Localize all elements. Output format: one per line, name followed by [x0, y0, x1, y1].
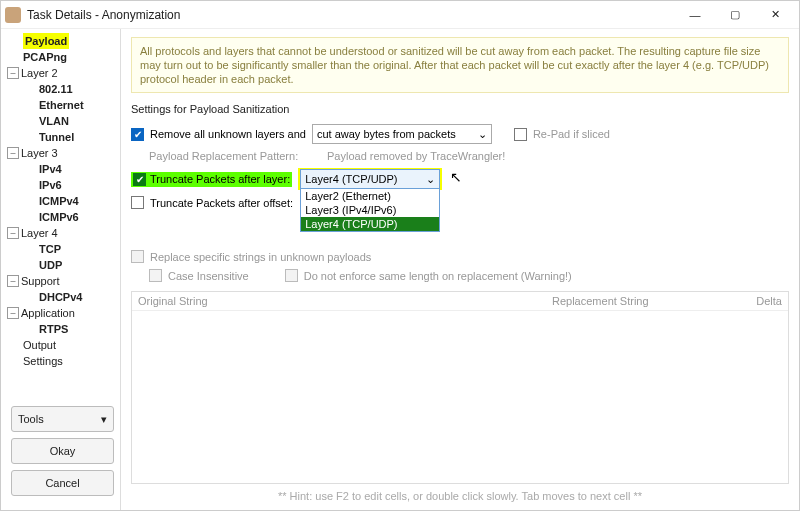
truncate-layer-select[interactable]: Layer4 (TCP/UDP)⌄ [300, 169, 440, 189]
nav-layer3[interactable]: Layer 3 [21, 145, 58, 161]
chevron-down-icon: ⌄ [426, 173, 435, 186]
col-delta: Delta [732, 295, 782, 307]
collapse-icon[interactable]: – [7, 147, 19, 159]
okay-button[interactable]: Okay [11, 438, 114, 464]
case-insensitive-label: Case Insensitive [168, 270, 249, 282]
remove-unknown-checkbox[interactable]: ✔ [131, 128, 144, 141]
tools-button[interactable]: Tools▾ [11, 406, 114, 432]
cut-mode-select[interactable]: cut away bytes from packets⌄ [312, 124, 492, 144]
section-heading: Settings for Payload Sanitization [131, 103, 789, 115]
repad-label: Re-Pad if sliced [533, 128, 610, 140]
nav-pcapng[interactable]: PCAPng [23, 49, 67, 65]
nav-payload[interactable]: Payload [23, 33, 69, 49]
dd-option-selected[interactable]: Layer4 (TCP/UDP) [301, 217, 439, 231]
col-replacement: Replacement String [552, 295, 732, 307]
chevron-down-icon: ▾ [101, 413, 107, 426]
dd-option[interactable]: Layer3 (IPv4/IPv6) [301, 203, 439, 217]
nav-vlan[interactable]: VLAN [39, 113, 69, 129]
truncate-layer-label: Truncate Packets after layer: [150, 173, 290, 185]
replace-strings-checkbox[interactable] [131, 250, 144, 263]
nav-settings[interactable]: Settings [23, 353, 63, 369]
nav-layer2[interactable]: Layer 2 [21, 65, 58, 81]
strings-table[interactable]: Original String Replacement String Delta [131, 291, 789, 484]
cancel-button[interactable]: Cancel [11, 470, 114, 496]
remove-unknown-label: Remove all unknown layers and [150, 128, 306, 140]
no-enforce-length-label: Do not enforce same length on replacemen… [304, 270, 572, 282]
nav-support[interactable]: Support [21, 273, 60, 289]
replace-strings-label: Replace specific strings in unknown payl… [150, 251, 371, 263]
collapse-icon[interactable]: – [7, 227, 19, 239]
main-panel: All protocols and layers that cannot be … [121, 29, 799, 510]
collapse-icon[interactable]: – [7, 275, 19, 287]
minimize-button[interactable]: — [675, 1, 715, 29]
truncate-layer-highlight: ✔ Truncate Packets after layer: [131, 172, 292, 187]
collapse-icon[interactable]: – [7, 67, 19, 79]
replacement-pattern-value: Payload removed by TraceWrangler! [327, 150, 505, 162]
hint-text: ** Hint: use F2 to edit cells, or double… [131, 484, 789, 504]
collapse-icon[interactable]: – [7, 307, 19, 319]
truncate-layer-dropdown-list[interactable]: Layer2 (Ethernet) Layer3 (IPv4/IPv6) Lay… [300, 188, 440, 232]
nav-80211[interactable]: 802.11 [39, 81, 73, 97]
nav-rtps[interactable]: RTPS [39, 321, 68, 337]
repad-checkbox[interactable] [514, 128, 527, 141]
info-banner: All protocols and layers that cannot be … [131, 37, 789, 93]
table-header: Original String Replacement String Delta [132, 292, 788, 311]
app-icon [5, 7, 21, 23]
sidebar: Payload PCAPng –Layer 2 802.11 Ethernet … [1, 29, 121, 510]
truncate-offset-checkbox[interactable] [131, 196, 144, 209]
truncate-offset-label: Truncate Packets after offset: [150, 197, 293, 209]
close-button[interactable]: ✕ [755, 1, 795, 29]
nav-application[interactable]: Application [21, 305, 75, 321]
nav-ipv6[interactable]: IPv6 [39, 177, 62, 193]
truncate-layer-checkbox[interactable]: ✔ [133, 173, 146, 186]
dd-option[interactable]: Layer2 (Ethernet) [301, 189, 439, 203]
nav-tcp[interactable]: TCP [39, 241, 61, 257]
nav-tree[interactable]: Payload PCAPng –Layer 2 802.11 Ethernet … [5, 33, 120, 369]
col-original: Original String [138, 295, 552, 307]
table-body[interactable] [132, 311, 788, 483]
titlebar: Task Details - Anonymization — ▢ ✕ [1, 1, 799, 29]
nav-ipv4[interactable]: IPv4 [39, 161, 62, 177]
nav-udp[interactable]: UDP [39, 257, 62, 273]
replacement-pattern-label: Payload Replacement Pattern: [131, 150, 321, 162]
cursor-icon: ↖ [450, 169, 462, 185]
chevron-down-icon: ⌄ [478, 128, 487, 141]
maximize-button[interactable]: ▢ [715, 1, 755, 29]
window-title: Task Details - Anonymization [27, 8, 675, 22]
nav-ethernet[interactable]: Ethernet [39, 97, 84, 113]
nav-icmpv6[interactable]: ICMPv6 [39, 209, 79, 225]
nav-dhcpv4[interactable]: DHCPv4 [39, 289, 82, 305]
no-enforce-length-checkbox [285, 269, 298, 282]
case-insensitive-checkbox [149, 269, 162, 282]
nav-tunnel[interactable]: Tunnel [39, 129, 74, 145]
nav-layer4[interactable]: Layer 4 [21, 225, 58, 241]
nav-output[interactable]: Output [23, 337, 56, 353]
nav-icmpv4[interactable]: ICMPv4 [39, 193, 79, 209]
truncate-layer-dd-highlight: Layer4 (TCP/UDP)⌄ Layer2 (Ethernet) Laye… [298, 168, 442, 190]
